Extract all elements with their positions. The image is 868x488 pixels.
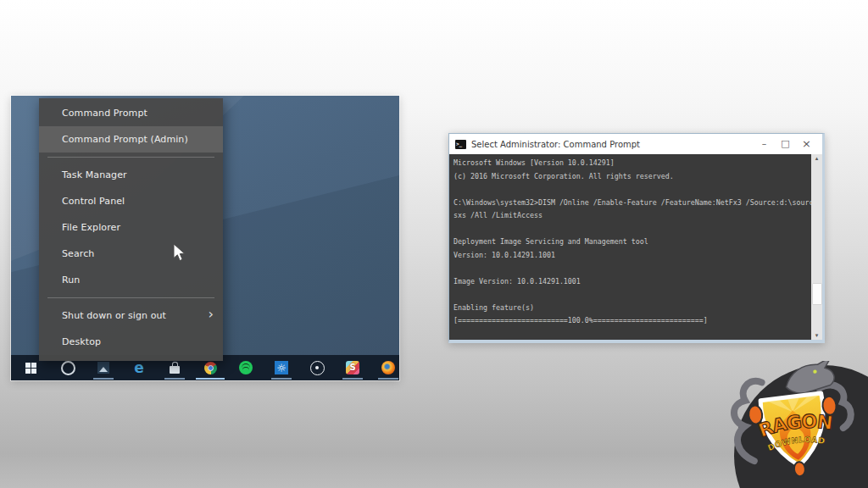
menu-item-file-explorer[interactable]: File Explorer xyxy=(39,214,223,241)
console-line: [==========================100.0%=======… xyxy=(453,314,809,328)
taskbar-item-settings[interactable] xyxy=(264,355,299,380)
tutorial-frame: Command Prompt Command Prompt (Admin) Ta… xyxy=(0,0,868,488)
minimize-button[interactable]: – xyxy=(754,134,775,154)
console-line: Enabling feature(s) xyxy=(453,302,809,315)
cortana-circle-icon xyxy=(61,361,75,375)
command-prompt-window: Select Administrator: Command Prompt – □… xyxy=(448,133,825,343)
store-icon xyxy=(170,366,180,374)
menu-item-shut-down-or-sign-out[interactable]: Shut down or sign out › xyxy=(39,302,223,329)
edge-icon xyxy=(134,360,144,376)
submenu-chevron-icon: › xyxy=(209,306,214,322)
spotify-icon xyxy=(239,361,253,374)
taskbar-item-media-app[interactable] xyxy=(299,355,335,380)
windows-flag-icon xyxy=(25,363,36,374)
chrome-icon xyxy=(204,362,217,374)
cmd-window-title: Select Administrator: Command Prompt xyxy=(471,140,754,149)
console-line: C:\Windows\system32>DISM /Online /Enable… xyxy=(453,197,809,210)
scroll-up-icon[interactable]: ▴ xyxy=(815,154,819,163)
running-indicator xyxy=(271,378,292,380)
console-line xyxy=(453,183,809,197)
console-line: sxs /All /LimitAccess xyxy=(453,209,809,223)
console-line: (c) 2016 Microsoft Corporation. All righ… xyxy=(453,170,809,184)
windows-desktop-screenshot: Command Prompt Command Prompt (Admin) Ta… xyxy=(11,96,399,380)
console-line: Deployment Image Servicing and Managemen… xyxy=(453,236,809,249)
console-line xyxy=(453,262,809,275)
menu-divider xyxy=(47,297,214,298)
console-output: Microsoft Windows [Version 10.0.14291] (… xyxy=(449,154,822,340)
taskbar-item-firefox[interactable] xyxy=(370,355,399,380)
settings-icon xyxy=(275,361,288,374)
taskbar-item-spotify[interactable] xyxy=(228,355,264,380)
menu-item-desktop[interactable]: Desktop xyxy=(39,329,223,355)
console-scrollbar[interactable]: ▴ ▾ xyxy=(811,154,822,340)
running-indicator-active xyxy=(196,378,225,380)
menu-item-search[interactable]: Search xyxy=(39,241,223,267)
taskbar-item-slack[interactable] xyxy=(335,355,370,380)
photos-icon xyxy=(97,362,109,374)
close-button[interactable]: × xyxy=(796,134,817,154)
winx-menu: Command Prompt Command Prompt (Admin) Ta… xyxy=(39,98,223,361)
console-line: Image Version: 10.0.14291.1001 xyxy=(453,275,809,289)
cmd-window-icon xyxy=(455,140,466,149)
window-controls: – □ × xyxy=(754,134,817,154)
maximize-button[interactable]: □ xyxy=(775,134,796,154)
menu-item-task-manager[interactable]: Task Manager xyxy=(39,162,223,188)
menu-item-label: Shut down or sign out xyxy=(62,310,166,321)
menu-item-control-panel[interactable]: Control Panel xyxy=(39,188,223,214)
running-indicator xyxy=(164,378,185,380)
console-line: Version: 10.0.14291.1001 xyxy=(453,249,809,263)
console-line xyxy=(453,223,809,236)
running-indicator xyxy=(342,378,363,380)
menu-item-command-prompt[interactable]: Command Prompt xyxy=(39,100,223,126)
firefox-icon xyxy=(381,361,395,374)
dragons-download-logo: DRAGONS DOWNLOAD xyxy=(722,361,868,488)
running-indicator xyxy=(378,378,398,380)
mouse-cursor-icon xyxy=(173,243,186,265)
cmd-title-bar[interactable]: Select Administrator: Command Prompt – □… xyxy=(449,134,822,154)
console-line xyxy=(453,288,809,302)
slack-icon xyxy=(346,361,359,374)
menu-item-run[interactable]: Run xyxy=(39,267,223,293)
scrollbar-thumb[interactable] xyxy=(813,284,821,304)
menu-item-command-prompt-admin[interactable]: Command Prompt (Admin) xyxy=(39,126,223,152)
console-line: Microsoft Windows [Version 10.0.14291] xyxy=(453,157,809,170)
media-circle-icon xyxy=(310,361,325,375)
scroll-down-icon[interactable]: ▾ xyxy=(815,331,819,340)
menu-divider xyxy=(47,157,214,158)
running-indicator xyxy=(93,378,114,380)
